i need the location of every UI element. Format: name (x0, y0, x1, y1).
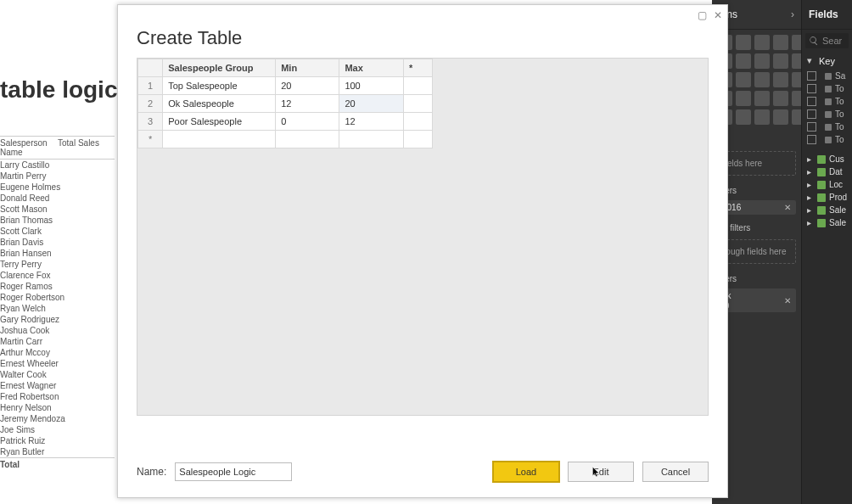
close-icon[interactable]: ✕ (714, 9, 722, 21)
checkbox-icon[interactable] (807, 84, 816, 93)
column-icon (825, 111, 832, 118)
bg-row: Ernest Wheeler (0, 358, 115, 369)
cell-max[interactable]: 100 (339, 77, 404, 95)
values-dropzone[interactable]: fields here (717, 151, 796, 176)
row-number: 3 (138, 113, 163, 131)
bg-row: Eugene Holmes (0, 182, 115, 193)
close-icon[interactable]: ✕ (784, 296, 791, 305)
viz-type-icon[interactable] (773, 91, 788, 106)
cell-min[interactable]: 0 (276, 113, 339, 131)
cell-min[interactable] (276, 131, 339, 148)
col-header-max[interactable]: Max (339, 59, 404, 77)
load-label: Load (516, 467, 536, 477)
page-title: table logic (0, 76, 117, 104)
field-label: To (835, 109, 844, 119)
field-label: To (835, 122, 844, 132)
close-icon[interactable]: ✕ (784, 203, 791, 212)
edit-button[interactable]: Edit (568, 462, 634, 482)
drag-hint: fields here (723, 159, 762, 168)
table-icon (817, 219, 826, 227)
viz-type-icon[interactable] (754, 72, 770, 87)
table-row[interactable]: 2Ok Salespeople1220 (138, 95, 433, 113)
col-header-add[interactable]: * (403, 59, 432, 77)
cell-extra[interactable] (403, 131, 432, 148)
cancel-button[interactable]: Cancel (642, 462, 709, 482)
search-placeholder: Sear (822, 36, 842, 46)
field-item[interactable]: To (802, 82, 852, 95)
viz-type-icon[interactable] (754, 91, 770, 106)
cell-extra[interactable] (403, 113, 432, 131)
cell-min[interactable]: 12 (276, 95, 339, 113)
viz-type-icon[interactable] (773, 53, 788, 69)
row-header-blank (138, 59, 163, 77)
bg-row: Scott Mason (0, 204, 115, 215)
table-row[interactable]: 3Poor Salespeople012 (138, 113, 433, 131)
checkbox-icon[interactable] (807, 97, 816, 106)
table-item[interactable]: ▸Sale (802, 204, 852, 216)
cell-group[interactable]: Top Salespeople (163, 77, 276, 95)
viz-type-icon[interactable] (754, 53, 770, 69)
table-item[interactable]: ▸Loc (802, 178, 852, 191)
table-name-input[interactable] (175, 462, 292, 481)
field-item[interactable]: To (802, 120, 852, 133)
cell-group[interactable]: Poor Salespeople (163, 113, 276, 131)
cell-max[interactable]: 12 (339, 113, 404, 131)
table-item[interactable]: ▸Prod (802, 191, 852, 204)
viz-type-icon[interactable] (736, 35, 751, 50)
viz-type-icon[interactable] (736, 53, 751, 69)
filter-chip-year[interactable]: 2016 ✕ (717, 200, 796, 215)
name-label: Name: (137, 466, 166, 478)
checkbox-icon[interactable] (807, 71, 816, 81)
page-title-text: table logic (0, 76, 117, 103)
maximize-icon[interactable]: ▢ (698, 9, 707, 21)
table-item[interactable]: ▸Sale (802, 216, 852, 229)
cell-group[interactable] (163, 131, 276, 148)
viz-type-icon[interactable] (754, 35, 770, 50)
column-icon (825, 124, 832, 131)
checkbox-icon[interactable] (807, 109, 816, 119)
viz-type-icon[interactable] (754, 109, 770, 125)
load-button[interactable]: Load (493, 462, 559, 482)
viz-type-icon[interactable] (736, 91, 751, 106)
bg-row: Scott Clark (0, 226, 115, 237)
caret-right-icon: ▸ (807, 218, 814, 227)
table-row-new[interactable]: * (138, 131, 433, 148)
bg-row: Martin Perry (0, 171, 115, 182)
table-editor[interactable]: Salespeople Group Min Max * 1Top Salespe… (137, 58, 709, 416)
table-label: Sale (829, 205, 846, 215)
chevron-right-icon[interactable]: › (791, 8, 794, 20)
cell-extra[interactable] (403, 77, 432, 95)
table-row[interactable]: 1Top Salespeople20100 (138, 77, 433, 95)
viz-type-icon[interactable] (773, 109, 788, 125)
cell-min[interactable]: 20 (276, 77, 339, 95)
key-table-header[interactable]: ▾ Key (802, 52, 852, 70)
col-header-group[interactable]: Salespeople Group (163, 59, 276, 77)
viz-type-icon[interactable] (736, 109, 751, 125)
drill-dropzone[interactable]: rough fields here (717, 239, 796, 264)
viz-type-icon[interactable] (773, 72, 788, 87)
table-item[interactable]: ▸Dat (802, 165, 852, 178)
filter-chip-week[interactable]: ek k) ✕ (717, 288, 796, 312)
checkbox-icon[interactable] (807, 122, 816, 132)
search-icon (809, 36, 819, 46)
bg-row: Ryan Welch (0, 303, 115, 314)
cell-max[interactable] (339, 131, 404, 148)
field-item[interactable]: Sa (802, 70, 852, 82)
checkbox-icon[interactable] (807, 135, 816, 144)
viz-type-icon[interactable] (736, 72, 751, 87)
cell-group[interactable]: Ok Salespeople (163, 95, 276, 113)
table-item[interactable]: ▸Cus (802, 153, 852, 165)
bg-total-row: Total (0, 457, 115, 469)
bg-row: Patrick Ruiz (0, 435, 115, 446)
search-input[interactable]: Sear (805, 33, 849, 48)
col-header-min[interactable]: Min (276, 59, 339, 77)
field-item[interactable]: To (802, 95, 852, 108)
cell-max[interactable]: 20 (339, 95, 404, 113)
bg-row: Henry Nelson (0, 402, 115, 413)
table-label: Dat (829, 167, 843, 176)
field-item[interactable]: To (802, 133, 852, 146)
fields-pane[interactable]: Fields Sear ▾ Key SaToToToToTo ▸Cus▸Dat▸… (801, 0, 852, 504)
viz-type-icon[interactable] (773, 35, 788, 50)
field-item[interactable]: To (802, 108, 852, 120)
cell-extra[interactable] (403, 95, 432, 113)
